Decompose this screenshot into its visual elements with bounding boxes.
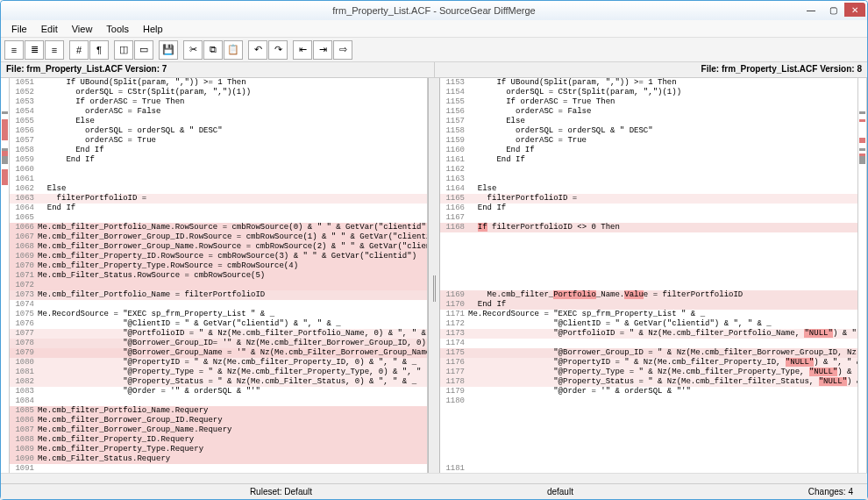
hash-icon[interactable]: # (69, 40, 89, 60)
right-pane[interactable]: 1153 If UBound(Split(param, ",")) >= 1 T… (440, 78, 858, 473)
code-line[interactable]: 1077 "@PortfolioID = " & Nz(Me.cmb_filte… (10, 329, 427, 339)
code-line[interactable]: 1091 (10, 464, 427, 473)
code-line[interactable]: 1174 (440, 339, 857, 348)
code-line[interactable] (440, 435, 857, 445)
code-line[interactable]: 1159 orderASC = True (440, 136, 857, 146)
code-line[interactable] (440, 416, 857, 425)
code-line[interactable]: 1160 End If (440, 146, 857, 155)
pilcrow-icon[interactable]: ¶ (89, 40, 109, 60)
code-line[interactable]: 1169 Me.cmb_filter_Portfolio_Name.Value … (440, 290, 857, 300)
code-line[interactable]: 1161 End If (440, 155, 857, 165)
code-line[interactable]: 1177 "@Property_Type = " & Nz(Me.cmb_fil… (440, 368, 857, 377)
code-line[interactable] (440, 454, 857, 464)
code-line[interactable]: 1179 "@Order = '" & orderSQL & "'" (440, 387, 857, 396)
menu-edit[interactable]: Edit (34, 22, 65, 36)
code-line[interactable]: 1075Me.RecordSource = "EXEC sp_frm_Prope… (10, 310, 427, 319)
code-line[interactable]: 1165 filterPortfolioID = (440, 194, 857, 204)
menu-file[interactable]: File (4, 22, 34, 36)
horizontal-scroll[interactable] (1, 473, 867, 483)
code-line[interactable] (440, 406, 857, 416)
code-line[interactable]: 1068Me.cmb_filter_Borrower_Group_Name.Ro… (10, 242, 427, 252)
code-line[interactable]: 1064 End If (10, 204, 427, 213)
code-line[interactable]: 1171Me.RecordSource = "EXEC sp_frm_Prope… (440, 310, 857, 319)
code-line[interactable]: 1181 (440, 464, 857, 473)
align-center-icon[interactable]: ≣ (25, 40, 44, 60)
code-line[interactable] (440, 445, 857, 454)
code-line[interactable]: 1155 If orderASC = True Then (440, 97, 857, 107)
code-line[interactable]: 1060 (10, 165, 427, 175)
code-line[interactable]: 1175 "@Borrower_Group_ID = " & Nz(Me.cmb… (440, 348, 857, 358)
overview-margin-left[interactable] (1, 78, 10, 473)
code-line[interactable]: 1074 (10, 300, 427, 310)
code-line[interactable] (440, 425, 857, 435)
code-line[interactable]: 1067Me.cmb_filter_Borrower_Group_ID.RowS… (10, 232, 427, 242)
code-line[interactable]: 1162 (440, 165, 857, 175)
code-line[interactable] (440, 232, 857, 242)
code-line[interactable]: 1081 "@Property_Type = " & Nz(Me.cmb_fil… (10, 368, 427, 377)
close-button[interactable]: ✕ (844, 3, 865, 17)
code-line[interactable]: 1052 orderSQL = CStr(Split(param, ",")(1… (10, 88, 427, 97)
code-line[interactable]: 1059 End If (10, 155, 427, 165)
menu-view[interactable]: View (65, 22, 100, 36)
code-line[interactable]: 1083 "@Order = '" & orderSQL & "'" (10, 387, 427, 396)
left-pane[interactable]: 1051 If UBound(Split(param, ",")) >= 1 T… (10, 78, 428, 473)
code-line[interactable] (440, 281, 857, 290)
code-line[interactable]: 1061 (10, 175, 427, 184)
code-line[interactable]: 1090Me.cmb_Filter_Status.Requery (10, 454, 427, 464)
code-line[interactable]: 1153 If UBound(Split(param, ",")) >= 1 T… (440, 78, 857, 88)
split-two-icon[interactable]: ◫ (114, 40, 133, 60)
code-line[interactable]: 1076 "@ClientID = " & GetVar("clientid")… (10, 319, 427, 329)
code-line[interactable]: 1170 End If (440, 300, 857, 310)
code-line[interactable]: 1056 orderSQL = orderSQL & " DESC" (10, 126, 427, 136)
copy-icon[interactable]: ⧉ (203, 40, 223, 60)
code-line[interactable]: 1070Me.cmb_filter_Property_Type.RowSourc… (10, 261, 427, 271)
code-line[interactable]: 1084 (10, 396, 427, 406)
code-line[interactable]: 1173 "@PortfolioID = " & Nz(Me.cmb_filte… (440, 329, 857, 339)
code-line[interactable]: 1166 End If (440, 204, 857, 213)
code-line[interactable]: 1058 End If (10, 146, 427, 155)
cut-icon[interactable]: ✂ (183, 40, 203, 60)
code-line[interactable]: 1154 orderSQL = CStr(Split(param, ",")(1… (440, 88, 857, 97)
code-line[interactable]: 1065 (10, 213, 427, 223)
minimize-button[interactable]: — (800, 3, 822, 17)
code-line[interactable] (440, 261, 857, 271)
code-line[interactable]: 1073Me.cmb_filter_Portfolio_Name = filte… (10, 290, 427, 300)
overview-margin-right[interactable] (858, 78, 867, 473)
code-line[interactable]: 1069Me.cmb_filter_Property_ID.RowSource … (10, 252, 427, 261)
code-line[interactable]: 1071Me.cmb_Filter_Status.RowSource = cmb… (10, 271, 427, 281)
code-line[interactable]: 1085Me.cmb_filter_Portfolio_Name.Requery (10, 406, 427, 416)
prev-diff-icon[interactable]: ⇤ (293, 40, 312, 60)
code-line[interactable]: 1078 "@Borrower_Group_ID= '" & Nz(Me.cmb… (10, 339, 427, 348)
code-line[interactable]: 1054 orderASC = False (10, 107, 427, 117)
code-line[interactable]: 1168 If filterPortfolioID <> 0 Then (440, 223, 857, 232)
code-line[interactable]: 1176 "@PropertyID = " & Nz(Me.cmb_filter… (440, 358, 857, 368)
code-line[interactable]: 1163 (440, 175, 857, 184)
code-line[interactable]: 1087Me.cmb_filter_Borrower_Group_Name.Re… (10, 425, 427, 435)
code-line[interactable]: 1051 If UBound(Split(param, ",")) >= 1 T… (10, 78, 427, 88)
code-line[interactable]: 1157 Else (440, 117, 857, 126)
menu-help[interactable]: Help (136, 22, 170, 36)
menu-tools[interactable]: Tools (99, 22, 136, 36)
code-line[interactable]: 1178 "@Property_Status = " & Nz(Me.cmb_f… (440, 377, 857, 387)
code-line[interactable] (440, 242, 857, 252)
code-line[interactable]: 1164 Else (440, 184, 857, 194)
save-icon[interactable]: 💾 (159, 40, 178, 60)
apply-icon[interactable]: ⇨ (333, 40, 352, 60)
code-line[interactable]: 1063 filterPortfolioID = (10, 194, 427, 204)
align-right-icon[interactable]: ≡ (45, 40, 64, 60)
code-line[interactable]: 1062 Else (10, 184, 427, 194)
code-line[interactable]: 1080 "@PropertyID = " & Nz(Me.cmb_filter… (10, 358, 427, 368)
paste-icon[interactable]: 📋 (224, 40, 243, 60)
code-line[interactable]: 1082 "@Property_Status = " & Nz(Me.cmb_F… (10, 377, 427, 387)
splitter[interactable] (428, 78, 440, 473)
code-line[interactable]: 1167 (440, 213, 857, 223)
code-line[interactable]: 1057 orderASC = True (10, 136, 427, 146)
code-line[interactable]: 1079 "@Borrower_Group_Name = '" & Nz(Me.… (10, 348, 427, 358)
single-pane-icon[interactable]: ▭ (134, 40, 153, 60)
code-line[interactable]: 1172 "@ClientID = " & GetVar("clientid")… (440, 319, 857, 329)
code-line[interactable]: 1180 (440, 396, 857, 406)
undo-icon[interactable]: ↶ (248, 40, 267, 60)
code-line[interactable]: 1156 orderASC = False (440, 107, 857, 117)
maximize-button[interactable]: ▢ (822, 3, 843, 17)
code-line[interactable]: 1072 (10, 281, 427, 290)
